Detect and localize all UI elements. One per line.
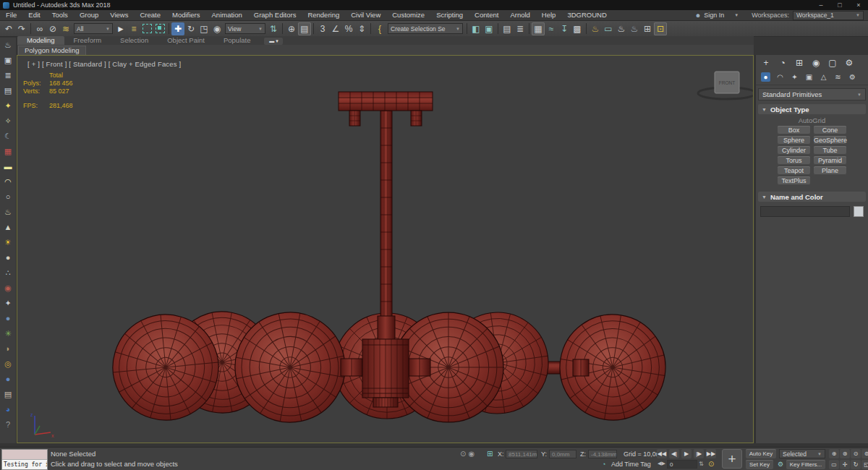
- object-type-button-textplus[interactable]: TextPlus: [778, 176, 810, 185]
- primitives-category-dropdown[interactable]: Standard Primitives ▼: [758, 88, 866, 101]
- render-iterative-icon[interactable]: ♨: [628, 22, 641, 35]
- mirror-icon[interactable]: ◧: [469, 22, 482, 35]
- keyboard-shortcut-override-icon[interactable]: ▤: [298, 22, 311, 35]
- menu-help[interactable]: Help: [536, 10, 562, 20]
- menu-arnold[interactable]: Arnold: [504, 10, 535, 20]
- spinner-snap-icon[interactable]: ⇕: [355, 22, 368, 35]
- add-time-tag[interactable]: Add Time Tag: [611, 461, 651, 468]
- select-and-scale-icon[interactable]: ◳: [197, 22, 210, 35]
- workspace-dropdown[interactable]: Workspace_1 ▼: [793, 11, 864, 20]
- blue-sphere-icon[interactable]: ●: [0, 372, 16, 387]
- object-type-rollout-header[interactable]: ▼ Object Type: [758, 104, 866, 114]
- hierarchy-tab[interactable]: ⊞: [794, 59, 804, 68]
- foliage-icon[interactable]: ✳: [0, 326, 16, 341]
- toggle-scene-explorer-icon[interactable]: ▤: [501, 22, 514, 35]
- select-and-link-icon[interactable]: ∞: [33, 22, 46, 35]
- menu-customize[interactable]: Customize: [386, 10, 430, 20]
- zoom-region-icon[interactable]: ▭: [829, 460, 839, 469]
- frame-step-icon[interactable]: ◀▶: [658, 461, 665, 466]
- material-editor-icon[interactable]: ▩: [571, 22, 584, 35]
- toggle-ribbon-icon[interactable]: ▦: [532, 22, 545, 35]
- red-panel-icon[interactable]: ▦: [0, 144, 16, 159]
- maxscript-mini-listener[interactable]: Testing for i: [1, 449, 48, 470]
- play-button[interactable]: ▶: [681, 449, 692, 458]
- sun-icon[interactable]: ☀: [0, 235, 16, 250]
- light-bulb-icon[interactable]: ✦: [0, 98, 16, 114]
- sphere-primitive-icon[interactable]: ●: [0, 250, 16, 265]
- rock-sphere-icon[interactable]: ●: [0, 311, 16, 326]
- bind-to-space-warp-icon[interactable]: ≋: [59, 22, 72, 35]
- zoom-all-icon[interactable]: ⊛: [840, 449, 850, 458]
- select-by-name-icon[interactable]: ≡: [127, 22, 140, 35]
- align-icon[interactable]: ▣: [482, 22, 495, 35]
- dome-icon[interactable]: ◠: [0, 174, 16, 189]
- object-type-button-torus[interactable]: Torus: [778, 156, 810, 165]
- coin-icon[interactable]: ◎: [0, 356, 16, 372]
- utilities-tab[interactable]: ⚙: [844, 59, 854, 68]
- selection-filter-dropdown[interactable]: All▼: [74, 23, 113, 34]
- sign-in-button[interactable]: ☻ Sign In ▼: [689, 12, 744, 19]
- systems-category[interactable]: ⚙: [848, 72, 857, 82]
- menu-tools[interactable]: Tools: [46, 10, 74, 20]
- menu-3dground[interactable]: 3DGROUND: [561, 10, 612, 20]
- object-type-button-sphere[interactable]: Sphere: [778, 136, 810, 145]
- menu-group[interactable]: Group: [74, 10, 104, 20]
- cameras-category[interactable]: ▣: [804, 72, 814, 82]
- zoom-extents-icon[interactable]: ⊙: [851, 449, 861, 458]
- minimize-button[interactable]: –: [812, 0, 830, 10]
- z-coordinate-field[interactable]: -4,138mm: [588, 450, 617, 458]
- object-type-button-teapot[interactable]: Teapot: [778, 166, 810, 175]
- zoom-icon[interactable]: ⊕: [829, 449, 839, 458]
- menu-edit[interactable]: Edit: [22, 10, 46, 20]
- menu-scripting[interactable]: Scripting: [430, 10, 469, 20]
- object-type-button-cone[interactable]: Cone: [814, 126, 846, 134]
- menu-views[interactable]: Views: [104, 10, 134, 20]
- close-button[interactable]: ×: [849, 0, 868, 10]
- select-and-manipulate-icon[interactable]: ⊕: [285, 22, 298, 35]
- y-coordinate-field[interactable]: 0,0mm: [549, 450, 576, 458]
- clipboard-icon[interactable]: ▤: [0, 387, 16, 402]
- window-crossing-toggle-icon[interactable]: [153, 22, 166, 35]
- teapot-primitive-icon[interactable]: ♨: [0, 205, 16, 220]
- edit-named-selection-sets-icon[interactable]: {: [373, 22, 386, 35]
- listener-macro-row[interactable]: [2, 450, 47, 460]
- angle-snap-icon[interactable]: ∠: [329, 22, 342, 35]
- go-to-start-button[interactable]: ◀◀: [657, 449, 667, 458]
- toggle-layer-explorer-icon[interactable]: ≣: [514, 22, 527, 35]
- ribbon-tab-populate[interactable]: Populate: [214, 36, 260, 45]
- select-and-move-icon[interactable]: ✚: [171, 22, 184, 35]
- key-filters-button[interactable]: Key Filters...: [786, 460, 825, 469]
- grid-list-icon[interactable]: ▤: [0, 83, 16, 98]
- selection-lock-toggle-icon[interactable]: ◉: [468, 450, 475, 458]
- go-to-end-button[interactable]: ▶▶: [706, 449, 716, 458]
- redo-icon[interactable]: ↷: [15, 22, 28, 35]
- lights-category[interactable]: ✦: [790, 72, 799, 82]
- reference-coordinate-system-dropdown[interactable]: View▼: [225, 23, 265, 34]
- key-filter-selection-dropdown[interactable]: Selected ▼: [779, 449, 825, 458]
- ribbon-tab-modeling[interactable]: Modeling: [17, 36, 64, 45]
- ribbon-tab-freeform[interactable]: Freeform: [64, 36, 111, 45]
- menu-animation[interactable]: Animation: [206, 10, 248, 20]
- object-name-input[interactable]: [760, 206, 850, 217]
- moon-icon[interactable]: ☾: [0, 129, 16, 144]
- orbit-icon[interactable]: ↻: [851, 460, 861, 469]
- ribbon-tab-object-paint[interactable]: Object Paint: [158, 36, 214, 45]
- pan-icon[interactable]: ✢: [840, 460, 850, 469]
- display-tab[interactable]: ▢: [827, 59, 838, 68]
- name-and-color-rollout-header[interactable]: ▼ Name and Color: [758, 192, 866, 202]
- wing-icon[interactable]: ◗: [0, 341, 16, 356]
- snaps-toggle-icon[interactable]: 3: [316, 22, 329, 35]
- ribbon-config-button[interactable]: ▬ ▾: [264, 38, 283, 45]
- x-coordinate-field[interactable]: 8511,141m: [506, 450, 537, 458]
- window-icon[interactable]: ▣: [0, 53, 16, 68]
- previous-frame-button[interactable]: ◀|: [669, 449, 679, 458]
- menu-modifiers[interactable]: Modifiers: [166, 10, 206, 20]
- render-setup-icon[interactable]: ♨: [589, 22, 602, 35]
- motion-tab[interactable]: ◉: [811, 59, 821, 68]
- menu-create[interactable]: Create: [134, 10, 166, 20]
- object-type-button-tube[interactable]: Tube: [814, 146, 846, 155]
- cone-primitive-icon[interactable]: ▲: [0, 220, 16, 235]
- ab-render-preset-icon[interactable]: ⊞: [641, 22, 654, 35]
- shapes-category[interactable]: ◠: [775, 72, 785, 82]
- modify-tab[interactable]: ◔: [778, 59, 788, 68]
